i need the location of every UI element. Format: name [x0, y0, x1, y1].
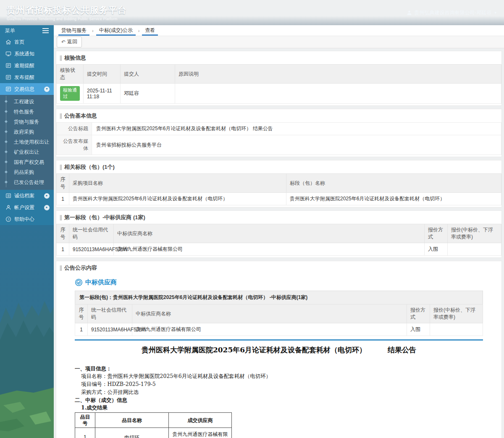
document-icon — [5, 74, 11, 81]
section-announcement-content: 公告公示内容 中标供应商 第 — [56, 261, 502, 438]
col-header: 统一社会信用代码 — [69, 224, 114, 243]
user-menu[interactable]: 贵州弘典建设咨询有限公司-邓廷容 ▾ — [407, 9, 504, 16]
sidebar-subitem-engineering[interactable]: 工程建设 — [0, 97, 54, 107]
credit-code: 91520113MA6HAF5J6W — [88, 323, 132, 336]
platform-subtitle: GuiZhou Province Tendering and Bidding P… — [7, 17, 127, 21]
col-header: 核验状态 — [57, 65, 84, 84]
sidebar-subitem-land-use[interactable]: 土地使用权出让 — [0, 137, 54, 147]
sidebar-item-system-notice[interactable]: 系统通知 — [0, 48, 54, 60]
reason — [175, 84, 501, 104]
sidebar-item-account-settings[interactable]: 帐户设置 ▸ — [0, 202, 54, 213]
top-header: 贵州省招标投标公共服务平台 GuiZhou Province Tendering… — [0, 0, 504, 25]
breadcrumb-item-award-publicity[interactable]: 中标(成交)公示 — [94, 25, 138, 36]
document-title: 贵州医科大学附属医院2025年6月论证耗材及设备配套耗材（电切环） 结果公告 — [75, 346, 483, 354]
doc-heading: 一、项目信息： — [75, 365, 483, 372]
sidebar-item-overdue-reminder[interactable]: 逾期提醒 — [0, 60, 54, 71]
winning-supplier-heading: 中标供应商 — [75, 278, 483, 286]
content-area: 核验信息 核验状态 提交时间 提交人 原因说明 核验通过 2025-11-11 … — [54, 48, 504, 438]
sidebar-item-home[interactable]: 首页 — [0, 36, 54, 48]
col-header: 序号 — [57, 224, 69, 243]
col-header: 原因说明 — [175, 65, 501, 84]
col-header: 序号 — [75, 304, 88, 323]
col-header: 中标供应商名称 — [132, 304, 407, 323]
col-header: 报价(中标价、下浮率或费率) — [430, 304, 483, 323]
col-header: 报价(中标价、下浮率或费率) — [448, 224, 501, 243]
section-title: 公告公示内容 — [56, 261, 501, 274]
col-header: 统一社会信用代码 — [88, 304, 132, 323]
package-header-bar: 第一标段(包)：贵州医科大学附属医院2025年6月论证耗材及设备配套耗材（电切环… — [75, 291, 483, 304]
bullet-icon — [4, 181, 7, 184]
sidebar-item-label: 交易信息 — [14, 86, 34, 93]
doc-line: 采购方式：公开挂网比选 — [81, 389, 483, 395]
result-table: 品目号 品目名称 成交供应商 1 电切环 贵州九州通医疗器械有限公司 — [75, 412, 232, 438]
caret-down-icon: ▾ — [494, 10, 496, 15]
package-name: 贵州医科大学附属医院2025年6月论证耗材及设备配套耗材（电切环） — [286, 193, 501, 205]
table-row: 1 贵州医科大学附属医院2025年6月论证耗材及设备配套耗材（电切环） 贵州医科… — [57, 193, 501, 205]
col-header: 提交人 — [121, 65, 175, 84]
quote-method: 入围 — [407, 323, 430, 336]
section-title: 公告基本信息 — [56, 109, 501, 122]
doc-line: 项目名称：贵州医科大学附属医院2025年6月论证耗材及设备配套耗材（电切环） — [81, 373, 483, 379]
field-label: 公告标题 — [57, 123, 92, 135]
breadcrumb-item-goods-services[interactable]: 货物与服务 — [56, 25, 92, 36]
table-row: 公告标题 贵州医科大学附属医院2025年6月论证耗材及设备配套耗材（电切环） 结… — [57, 123, 501, 135]
sidebar-subitem-gov-procurement[interactable]: 政府采购 — [0, 127, 54, 137]
col-header: 采购项目名称 — [69, 174, 286, 193]
sidebar-subitem-drug-procurement[interactable]: 药品采购 — [0, 167, 54, 177]
col-header: 中标供应商名称 — [114, 224, 425, 243]
row-index: 1 — [57, 193, 69, 205]
back-button-label: 返回 — [67, 38, 77, 45]
back-icon: ↶ — [61, 39, 66, 45]
sidebar-item-publish-reminder[interactable]: 发布提醒 — [0, 71, 54, 83]
bullet-icon — [4, 110, 7, 113]
table-row: 核验通过 2025-11-11 11:18 邓廷容 — [57, 84, 501, 104]
sidebar-landscape-art — [0, 225, 54, 438]
sidebar-subitem-goods-services[interactable]: 货物与服务 — [0, 117, 54, 127]
col-header: 标段（包）名称 — [286, 174, 501, 193]
quote-value — [430, 323, 483, 336]
notice-suppliers-table: 序号 统一社会信用代码 中标供应商名称 报价方式 报价(中标价、下浮率或费率) … — [75, 304, 483, 336]
document-icon — [5, 63, 11, 69]
user-icon — [407, 10, 412, 16]
chevron-down-icon: ▾ — [44, 87, 50, 92]
user-name: 贵州弘典建设咨询有限公司-邓廷容 — [414, 9, 491, 16]
sidebar-subitem-featured-services[interactable]: 特色服务 — [0, 107, 54, 117]
col-header: 品目名称 — [95, 413, 169, 428]
announcement-document: 贵州医科大学附属医院2025年6月论证耗材及设备配套耗材（电切环） 结果公告 一… — [75, 346, 483, 438]
chevron-right-icon: ▸ — [44, 205, 50, 210]
sidebar-subitem-published-announcements[interactable]: 已发公告处理 — [0, 177, 54, 187]
col-header: 序号 — [57, 174, 69, 193]
sidebar-item-integrity-files[interactable]: 诚信档案 ▸ — [0, 190, 54, 202]
brand: 贵州省招标投标公共服务平台 GuiZhou Province Tendering… — [0, 4, 127, 21]
doc-subheading: 1.成交结果 — [81, 404, 483, 411]
blue-divider — [75, 339, 483, 341]
doc-line: 项目编号：HDZB-2025-179-5 — [81, 381, 483, 387]
list-icon — [5, 193, 11, 199]
sidebar-item-label: 帮助中心 — [14, 216, 34, 223]
sidebar-subitem-state-property[interactable]: 国有产权交易 — [0, 157, 54, 167]
bullet-icon — [4, 150, 7, 153]
app-window: 贵州省招标投标公共服务平台 GuiZhou Province Tendering… — [0, 0, 504, 438]
sidebar-item-trade-info[interactable]: 交易信息 ▾ — [0, 83, 54, 95]
table-row: 1 91520113MA6HAF5J6W 贵州九州通医疗器械有限公司 入围 — [75, 323, 483, 336]
hamburger-icon[interactable] — [42, 28, 49, 33]
col-header: 品目号 — [75, 413, 95, 428]
sidebar-item-help-center[interactable]: ? 帮助中心 — [0, 213, 54, 225]
bullet-icon — [4, 120, 7, 123]
supplier-name: 贵州九州通医疗器械有限公司 — [114, 243, 425, 256]
bullet-icon — [4, 100, 7, 103]
sidebar-item-label: 发布提醒 — [14, 74, 34, 81]
doc-heading: 二、中标（成交）信息 — [75, 397, 483, 403]
sidebar: 菜单 首页 系统通知 — [0, 25, 54, 438]
status-badge: 核验通过 — [60, 86, 80, 101]
back-button[interactable]: ↶ 返回 — [57, 37, 82, 47]
section-related-packages: 相关标段（包）(1个) 序号 采购项目名称 标段（包）名称 1 贵州医科大学附属… — [56, 160, 502, 207]
section-title: 相关标段（包）(1个) — [56, 160, 501, 173]
sidebar-item-label: 诚信档案 — [14, 192, 34, 199]
section-announcement-basic-info: 公告基本信息 公告标题 贵州医科大学附属医院2025年6月论证耗材及设备配套耗材… — [56, 109, 502, 157]
breadcrumb-item-view[interactable]: 查看 — [140, 25, 160, 36]
sidebar-subitem-mining-rights[interactable]: 矿业权出让 — [0, 147, 54, 157]
related-packages-table: 序号 采购项目名称 标段（包）名称 1 贵州医科大学附属医院2025年6月论证耗… — [56, 173, 501, 205]
notice-body: 中标供应商 第一标段(包)：贵州医科大学附属医院2025年6月论证耗材及设备配套… — [75, 278, 483, 438]
bullseye-check-icon — [75, 278, 83, 286]
